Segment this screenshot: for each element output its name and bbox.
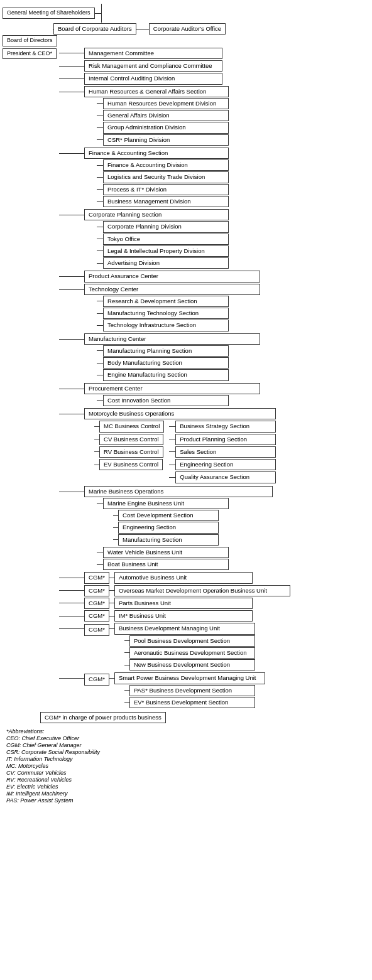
marine-engine-unit-box: Marine Engine Business Unit bbox=[103, 498, 229, 509]
procurement-center-box: Procurement Center bbox=[84, 383, 260, 394]
motorcycle-business-box: Motorcycle Business Operations bbox=[84, 408, 276, 419]
cgm-im-label: CGM* bbox=[84, 610, 109, 622]
biz-strategy-box: Business Strategy Section bbox=[175, 421, 276, 432]
automotive-unit-box: Automotive Business Unit bbox=[114, 572, 253, 583]
body-mfg-box: Body Manufacturing Section bbox=[103, 357, 229, 369]
hr-section-box: Human Resources & General Affairs Sectio… bbox=[84, 86, 229, 97]
cgm-parts-label: CGM* bbox=[84, 598, 109, 609]
marine-business-box: Marine Business Operations bbox=[84, 486, 273, 497]
engineering-section-moto-box: Engineering Section bbox=[175, 459, 276, 470]
mfg-marine-box: Manufacturing Section bbox=[118, 534, 219, 546]
im-unit-box: IM* Business Unit bbox=[114, 610, 253, 622]
boat-unit-box: Boat Business Unit bbox=[103, 559, 229, 570]
cgm-note-box: CGM* in charge of power products busines… bbox=[40, 712, 166, 723]
board-directors-box: Board of Directors bbox=[3, 35, 57, 46]
csr-planning-box: CSR* Planning Division bbox=[103, 134, 229, 146]
abbrev-rv: RV: Recreational Vehicles bbox=[6, 777, 369, 783]
group-admin-box: Group Administration Division bbox=[103, 122, 229, 133]
abbrev-cv: CV: Commuter Vehicles bbox=[6, 770, 369, 776]
mfg-planning-box: Manufacturing Planning Section bbox=[103, 345, 229, 357]
legal-ip-box: Legal & Intellectual Property Division bbox=[103, 245, 229, 257]
tech-infra-box: Technology Infrastructure Section bbox=[103, 320, 229, 331]
cgm-bizdev-label: CGM* bbox=[84, 624, 109, 635]
management-committee-box: Management Committee bbox=[84, 48, 222, 59]
abbrev-ceo: CEO: Chief Executive Officer bbox=[6, 735, 369, 741]
corp-planning-section-box: Corporate Planning Section bbox=[84, 209, 229, 220]
board-corporate-auditors-box: Board of Corporate Auditors bbox=[53, 23, 136, 35]
smartpower-unit-box: Smart Power Business Development Managin… bbox=[114, 672, 265, 684]
mfg-tech-box: Manufacturing Technology Section bbox=[103, 308, 229, 319]
abbrev-pas: PAS: Power Assist System bbox=[6, 797, 369, 804]
general-meeting-box: General Meeting of Shareholders bbox=[3, 8, 95, 19]
president-ceo-box: President & CEO* bbox=[3, 48, 57, 60]
ev-control-box: EV Business Control bbox=[99, 459, 163, 470]
abbrev-it: IT: Information Technology bbox=[6, 756, 369, 762]
sales-section-box: Sales Section bbox=[175, 446, 276, 458]
abbrev-im: IM: Intelligent Machinery bbox=[6, 790, 369, 797]
cgm-overseas-label: CGM* bbox=[84, 585, 109, 596]
mc-control-box: MC Business Control bbox=[99, 421, 164, 432]
abbrev-csr: CSR: Corporate Social Responsibility bbox=[6, 749, 369, 755]
engineering-marine-box: Engineering Section bbox=[118, 522, 219, 533]
cgm-automotive-label: CGM* bbox=[84, 572, 109, 583]
cost-innovation-box: Cost Innovation Section bbox=[103, 395, 229, 406]
corp-planning-div-box: Corporate Planning Division bbox=[103, 221, 229, 232]
parts-unit-box: Parts Business Unit bbox=[114, 598, 253, 609]
manufacturing-center-box: Manufacturing Center bbox=[84, 333, 260, 345]
pas-bizdev-box: PAS* Business Development Section bbox=[129, 685, 255, 696]
water-vehicle-box: Water Vehicle Business Unit bbox=[103, 547, 229, 558]
abbrev-title: *Abbreviations: bbox=[6, 728, 369, 735]
new-bizdev-box: New Business Development Section bbox=[129, 659, 255, 670]
internal-control-box: Internal Control Auditing Division bbox=[84, 73, 222, 84]
corporate-auditors-office-box: Corporate Auditor's Office bbox=[149, 23, 226, 35]
hr-dev-box: Human Resources Development Division bbox=[103, 98, 229, 109]
process-it-box: Process & IT* Division bbox=[103, 184, 229, 195]
business-mgmt-box: Business Management Division bbox=[103, 196, 229, 207]
overseas-unit-box: Overseas Market Development Operation Bu… bbox=[114, 585, 290, 596]
qa-section-box: Quality Assurance Section bbox=[175, 471, 276, 483]
bizdev-unit-box: Business Development Managing Unit bbox=[114, 623, 255, 634]
risk-management-box: Risk Management and Compliance Committee bbox=[84, 60, 222, 72]
logistics-box: Logistics and Security Trade Division bbox=[103, 171, 229, 183]
pool-bizdev-box: Pool Business Development Section bbox=[129, 635, 255, 647]
tokyo-office-box: Tokyo Office bbox=[103, 234, 229, 245]
rd-section-box: Research & Development Section bbox=[103, 296, 229, 307]
abbrev-ev: EV: Electric Vehicles bbox=[6, 783, 369, 790]
abbrev-mc: MC: Motorcycles bbox=[6, 763, 369, 769]
engine-mfg-box: Engine Manufacturing Section bbox=[103, 369, 229, 380]
finance-section-box: Finance & Accounting Section bbox=[84, 148, 229, 159]
abbrev-cgm: CGM: Chief General Manager bbox=[6, 742, 369, 748]
cv-control-box: CV Business Control bbox=[99, 434, 163, 445]
ev-bizdev-box: EV* Business Development Section bbox=[129, 697, 255, 708]
product-planning-moto-box: Product Planning Section bbox=[175, 434, 276, 445]
technology-center-box: Technology Center bbox=[84, 284, 260, 295]
product-assurance-box: Product Assurance Center bbox=[84, 271, 260, 282]
advertising-box: Advertising Division bbox=[103, 257, 229, 269]
aeronautic-bizdev-box: Aeronautic Business Development Section bbox=[129, 647, 255, 659]
abbreviations-section: *Abbreviations: CEO: Chief Executive Off… bbox=[3, 728, 369, 804]
cgm-smartpower-label: CGM* bbox=[84, 674, 109, 685]
cost-dev-box: Cost Development Section bbox=[118, 510, 219, 521]
rv-control-box: RV Business Control bbox=[99, 446, 163, 458]
general-affairs-box: General Affairs Division bbox=[103, 110, 229, 121]
finance-div-box: Finance & Accounting Division bbox=[103, 159, 229, 171]
